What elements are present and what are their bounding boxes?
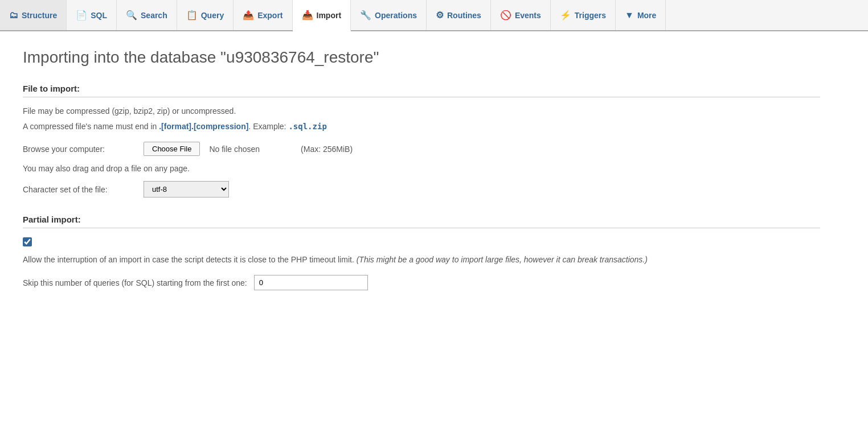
allow-interrupt-prefix: Allow the interruption of an import in c…: [23, 255, 357, 264]
file-section-header: File to import:: [23, 84, 820, 97]
tab-sql[interactable]: 📄 SQL: [67, 0, 117, 30]
triggers-icon: ⚡: [560, 10, 571, 20]
query-icon: 📋: [186, 10, 198, 20]
tab-operations-label: Operations: [375, 11, 417, 20]
charset-label: Character set of the file:: [23, 185, 137, 194]
tab-export-label: Export: [257, 11, 282, 20]
tab-events[interactable]: 🚫 Events: [491, 0, 551, 30]
drag-drop-text: You may also drag and drop a file on any…: [23, 164, 820, 173]
max-size-text: (Max: 256MiB): [301, 145, 353, 154]
no-file-text: No file chosen: [209, 145, 260, 154]
structure-icon: 🗂: [9, 10, 18, 20]
skip-label: Skip this number of queries (for SQL) st…: [23, 278, 247, 287]
main-content: Importing into the database "u930836764_…: [0, 31, 843, 324]
page-title: Importing into the database "u930836764_…: [23, 48, 820, 67]
tab-routines-label: Routines: [447, 11, 481, 20]
partial-import-section: Partial import: Allow the interruption o…: [23, 215, 820, 290]
tab-bar: 🗂 Structure 📄 SQL 🔍 Search 📋 Query 📤 Exp…: [0, 0, 868, 31]
search-icon: 🔍: [126, 10, 137, 20]
file-import-section: File to import: File may be compressed (…: [23, 84, 820, 198]
file-example-mono: .sql.zip: [288, 122, 326, 131]
tab-events-label: Events: [515, 11, 541, 20]
tab-operations[interactable]: 🔧 Operations: [351, 0, 427, 30]
skip-row: Skip this number of queries (for SQL) st…: [23, 275, 820, 290]
tab-structure-label: Structure: [22, 11, 57, 20]
skip-input[interactable]: [254, 275, 368, 290]
tab-search[interactable]: 🔍 Search: [117, 0, 177, 30]
tab-search-label: Search: [141, 11, 167, 20]
tab-export[interactable]: 📤 Export: [234, 0, 292, 30]
file-info-line1: File may be compressed (gzip, bzip2, zip…: [23, 105, 820, 117]
routines-icon: ⚙: [436, 10, 444, 20]
tab-import[interactable]: 📥 Import: [293, 0, 351, 31]
import-icon: 📥: [302, 10, 313, 20]
file-info-line2-prefix: A compressed file's name must end in: [23, 122, 159, 131]
tab-triggers[interactable]: ⚡ Triggers: [551, 0, 616, 30]
allow-interrupt-checkbox[interactable]: [23, 237, 32, 246]
operations-icon: 🔧: [360, 10, 371, 20]
tab-query-label: Query: [201, 11, 224, 20]
tab-triggers-label: Triggers: [575, 11, 606, 20]
browse-label: Browse your computer:: [23, 145, 137, 154]
file-info-line2: A compressed file's name must end in .[f…: [23, 121, 820, 133]
file-format-highlight: .[format].[compression]: [159, 122, 248, 131]
charset-select[interactable]: utf-8 utf-16 latin1 ascii cp1250: [144, 181, 229, 198]
tab-more[interactable]: ▼ More: [616, 0, 666, 30]
tab-import-label: Import: [317, 11, 342, 20]
choose-file-button[interactable]: Choose File: [144, 142, 200, 156]
tab-more-label: More: [637, 11, 656, 20]
charset-row: Character set of the file: utf-8 utf-16 …: [23, 181, 820, 198]
export-icon: 📤: [243, 10, 254, 20]
tab-structure[interactable]: 🗂 Structure: [0, 0, 67, 30]
more-icon: ▼: [625, 10, 634, 20]
events-icon: 🚫: [500, 10, 511, 20]
tab-sql-label: SQL: [91, 11, 107, 20]
sql-icon: 📄: [76, 10, 87, 20]
partial-section-header: Partial import:: [23, 215, 820, 228]
browse-row: Browse your computer: Choose File No fil…: [23, 142, 820, 156]
allow-interrupt-text: Allow the interruption of an import in c…: [23, 253, 706, 266]
allow-interrupt-italic: (This might be a good way to import larg…: [357, 255, 648, 264]
allow-interrupt-row: [23, 236, 820, 246]
file-info-line2-middle: . Example:: [248, 122, 288, 131]
tab-query[interactable]: 📋 Query: [177, 0, 234, 30]
tab-routines[interactable]: ⚙ Routines: [427, 0, 491, 30]
